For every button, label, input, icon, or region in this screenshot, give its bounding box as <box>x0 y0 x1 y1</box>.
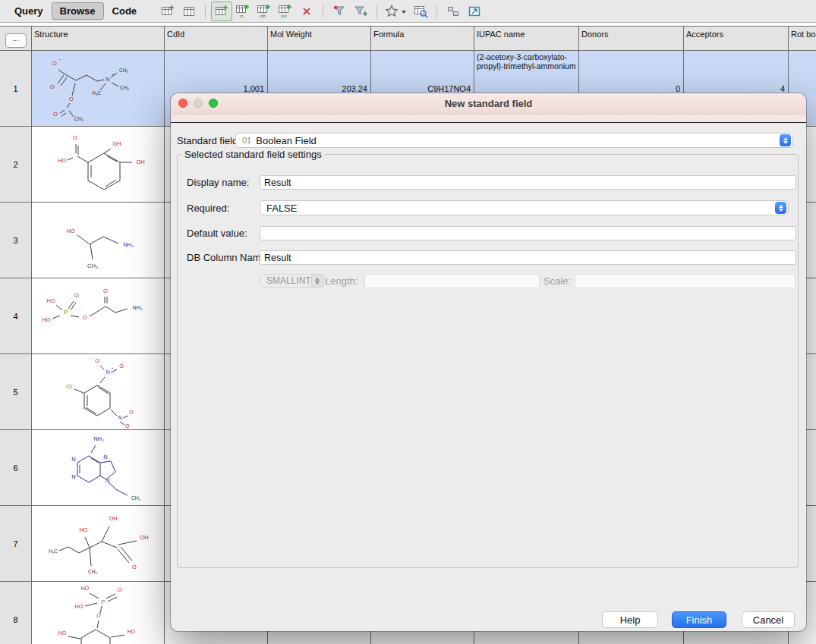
new-grid-view-icon[interactable] <box>157 2 178 21</box>
column-header-formula[interactable]: Formula <box>371 26 474 51</box>
column-type-select: SMALLINT <box>260 274 315 287</box>
display-name-input[interactable] <box>260 175 796 190</box>
grid-corner-cell: ... <box>0 26 32 51</box>
column-type-value: SMALLINT <box>266 275 311 286</box>
svg-text:CH₃: CH₃ <box>119 85 128 90</box>
tab-query[interactable]: Query <box>6 2 52 20</box>
field-type-prefix: 01 <box>242 136 251 145</box>
field-type-value: Boolean Field <box>256 135 317 146</box>
structure-cell[interactable]: NH₂NNNNCH₃ <box>32 430 165 506</box>
close-button[interactable] <box>178 99 187 108</box>
svg-text:sxt: sxt <box>281 14 287 18</box>
dialog-titlebar[interactable]: New standard field <box>171 93 806 115</box>
structure-cell[interactable]: HOPOHOOHOHOHOOH <box>32 582 165 644</box>
column-header-acceptors[interactable]: Acceptors <box>684 26 789 51</box>
svg-text:CH₃: CH₃ <box>118 68 128 73</box>
svg-text:HO: HO <box>46 297 55 304</box>
svg-text:P: P <box>101 598 105 605</box>
length-label: Length: <box>325 275 358 287</box>
svg-text:P: P <box>64 309 68 316</box>
new-chemical-terms-field-icon[interactable]: ct <box>232 2 254 21</box>
svg-text:HO: HO <box>58 630 66 636</box>
new-filter-icon[interactable] <box>350 2 371 21</box>
svg-text:−: − <box>91 356 93 360</box>
svg-text:H₃C: H₃C <box>91 90 100 96</box>
panels-icon[interactable] <box>443 2 464 21</box>
titlebar-strip <box>171 115 806 122</box>
svg-text:O: O <box>118 587 122 592</box>
minimize-button[interactable] <box>194 99 203 108</box>
row-number[interactable]: 5 <box>0 354 32 430</box>
required-select[interactable]: FALSE <box>260 200 789 215</box>
svg-text:NH₂: NH₂ <box>93 435 104 442</box>
new-text-field-icon[interactable]: sxt <box>275 2 296 21</box>
svg-text:CH₃: CH₃ <box>87 569 96 574</box>
structure-cell[interactable]: OHHOOHH₃CCH₃O <box>32 506 165 582</box>
column-header-iupac[interactable]: IUPAC name <box>474 26 579 51</box>
cancel-button[interactable]: Cancel <box>742 611 795 628</box>
structure-cell[interactable]: OHOOHOH <box>32 127 165 203</box>
column-header-rot-bonds[interactable]: Rot bonds <box>789 26 816 51</box>
required-value: FALSE <box>266 203 297 214</box>
export-icon[interactable] <box>464 2 485 21</box>
find-in-grid-icon[interactable] <box>410 2 431 21</box>
row-number[interactable]: 7 <box>0 506 32 582</box>
svg-text:N: N <box>106 369 109 375</box>
row-number[interactable]: 1 <box>0 51 32 127</box>
svg-text:OH: OH <box>112 140 121 147</box>
finish-button[interactable]: Finish <box>672 611 726 628</box>
column-header-cdid[interactable]: CdId <box>165 26 268 51</box>
favorites-icon[interactable] <box>383 2 410 21</box>
molecule-drawing: NH₂NNNNCH₃ <box>32 430 165 506</box>
dialog-title: New standard field <box>445 98 533 109</box>
structure-cell[interactable]: O−ON+CH₃CH₃H₃COOCH₃ <box>32 51 165 127</box>
molecule-drawing: HOPOHOOHOHOHOOH <box>32 582 165 644</box>
molecule-drawing: HOHOPOOONH₂ <box>32 278 165 354</box>
remove-field-icon[interactable] <box>296 2 317 21</box>
grid-view-icon[interactable] <box>178 2 200 21</box>
row-number[interactable]: 4 <box>0 278 32 354</box>
svg-text:CH₃: CH₃ <box>131 495 140 501</box>
zoom-button[interactable] <box>209 99 218 108</box>
svg-text:O: O <box>95 358 99 363</box>
row-number[interactable]: 8 <box>0 582 32 644</box>
row-number[interactable]: 2 <box>0 127 32 203</box>
new-standard-field-icon[interactable] <box>211 2 232 21</box>
chevron-updown-icon <box>780 134 791 146</box>
row-number[interactable]: 6 <box>0 430 32 506</box>
filter-icon[interactable] <box>329 2 350 21</box>
tab-browse[interactable]: Browse <box>52 2 104 20</box>
row-number[interactable]: 3 <box>0 203 32 278</box>
svg-text:+: + <box>111 366 113 370</box>
structure-cell[interactable]: HOHOPOOONH₂ <box>32 278 165 354</box>
svg-text:HO: HO <box>42 316 50 323</box>
structure-cell[interactable]: HONH₂CH₃ <box>32 203 165 278</box>
svg-text:Cl: Cl <box>66 383 71 390</box>
svg-text:O: O <box>52 60 57 67</box>
svg-text:xtb: xtb <box>260 14 266 18</box>
svg-text:ct: ct <box>240 14 244 18</box>
tab-code[interactable]: Code <box>104 2 146 20</box>
new-standard-field-dialog: New standard field Standard field type: … <box>171 93 806 631</box>
svg-text:HO: HO <box>79 526 87 533</box>
scale-input <box>575 274 796 288</box>
svg-text:OH: OH <box>140 534 148 541</box>
new-extra-field-icon[interactable]: xtb <box>254 2 275 21</box>
column-header-mol-weight[interactable]: Mol Weight <box>268 26 371 51</box>
svg-text:N: N <box>106 477 109 484</box>
svg-text:N: N <box>71 473 75 480</box>
standard-field-type-select[interactable]: 01 Boolean Field <box>235 133 793 148</box>
dialog-body: Standard field type: 01 Boolean Field Se… <box>171 122 806 631</box>
grid-options-button[interactable]: ... <box>5 33 27 48</box>
svg-text:CH₃: CH₃ <box>87 262 98 269</box>
default-value-input[interactable] <box>260 226 796 240</box>
svg-text:HO: HO <box>127 629 135 634</box>
db-column-name-input[interactable] <box>260 250 796 265</box>
structure-cell[interactable]: ClN+O−ONOO <box>32 354 165 430</box>
help-button[interactable]: Help <box>602 611 658 628</box>
scale-label: Scale: <box>543 275 571 287</box>
column-header-structure[interactable]: Structure <box>32 26 165 51</box>
molecule-drawing: O−ON+CH₃CH₃H₃COOCH₃ <box>32 51 165 127</box>
molecule-drawing: OHOOHOH <box>32 127 165 203</box>
column-header-donors[interactable]: Donors <box>579 26 684 51</box>
